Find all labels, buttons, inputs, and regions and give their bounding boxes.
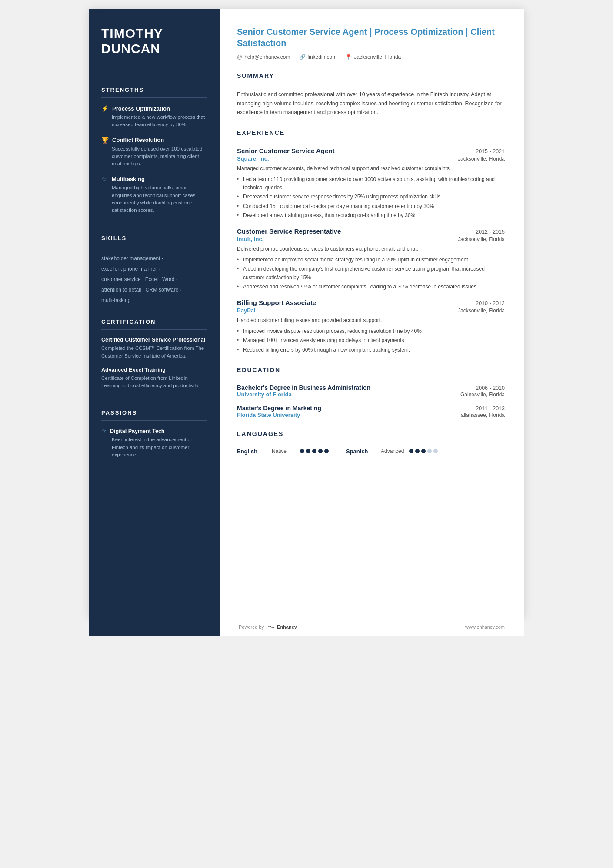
link-icon: 🔗 <box>299 54 306 60</box>
edu-item-1: Bachelor's Degree in Business Administra… <box>237 384 505 398</box>
dot-5 <box>433 449 438 453</box>
skill-5: multi-tasking <box>101 295 207 305</box>
bullet-item: Managed 100+ invoices weekly ensuring no… <box>237 336 505 345</box>
skill-3: customer service · Excel · Word · <box>101 274 207 285</box>
dot-2 <box>415 449 420 453</box>
candidate-name: TIMOTHY DUNCAN <box>101 26 207 56</box>
edu-item-2: Master's Degree in Marketing 2011 - 2013… <box>237 405 505 418</box>
exp-bullets-2: Implemented an improved social media str… <box>237 256 505 291</box>
languages-row: English Native Spanish Advanced <box>237 448 505 455</box>
bullet-item: Reduced billing errors by 60% through a … <box>237 346 505 354</box>
experience-item-3: Billing Support Associate 2010 - 2012 Pa… <box>237 299 505 354</box>
languages-divider <box>237 441 505 441</box>
language-english: English Native <box>237 448 329 455</box>
dot-4 <box>318 449 323 453</box>
certification-section-title: CERTIFICATION <box>101 318 207 325</box>
experience-item-2: Customer Service Representative 2012 - 2… <box>237 228 505 291</box>
dot-4 <box>427 449 432 453</box>
star-icon: ☆ <box>101 175 108 182</box>
dot-1 <box>409 449 413 453</box>
skill-2: excellent phone manner · <box>101 264 207 274</box>
bullet-item: Improved invoice dispute resolution proc… <box>237 327 505 335</box>
enhancv-logo-icon <box>267 624 275 630</box>
bullet-item: Addressed and resolved 95% of customer c… <box>237 283 505 291</box>
education-title: EDUCATION <box>237 366 505 373</box>
experience-divider <box>237 140 505 140</box>
summary-title: SUMMARY <box>237 72 505 79</box>
cert-item-2: Advanced Excel Training Certificate of C… <box>101 367 207 390</box>
skills-list: stakeholder management · excellent phone… <box>101 253 207 305</box>
strength-item-2: 🏆 Conflict Resolution Successfully defus… <box>101 137 207 168</box>
spanish-dots <box>409 449 438 453</box>
bullet-item: Conducted 15+ customer call-backs per da… <box>237 202 505 211</box>
dot-5 <box>324 449 329 453</box>
education-divider <box>237 377 505 377</box>
cert-item-1: Certified Customer Service Professional … <box>101 337 207 360</box>
english-dots <box>300 449 329 453</box>
exp-bullets-1: Led a team of 10 providing customer serv… <box>237 175 505 220</box>
strength-item-3: ☆ Multitasking Managed high-volume calls… <box>101 175 207 214</box>
strength-item-1: ⚡ Process Optimization Implemented a new… <box>101 105 207 129</box>
bullet-item: Implemented an improved social media str… <box>237 256 505 264</box>
contact-location: 📍 Jacksonville, Florida <box>345 54 401 60</box>
skill-1: stakeholder management · <box>101 253 207 264</box>
main-headline: Senior Customer Service Agent | Process … <box>237 26 505 49</box>
passions-divider <box>101 420 207 421</box>
resume-container: TIMOTHY DUNCAN STRENGTHS ⚡ Process Optim… <box>89 9 524 618</box>
lightning-icon: ⚡ <box>101 105 109 112</box>
bullet-item: Decreased customer service response time… <box>237 193 505 201</box>
bullet-item: Led a team of 10 providing customer serv… <box>237 175 505 192</box>
contact-email: @ help@enhancv.com <box>237 54 290 60</box>
location-icon: 📍 <box>345 54 352 60</box>
summary-text: Enthusiastic and committed professional … <box>237 90 505 117</box>
language-spanish: Spanish Advanced <box>346 448 438 455</box>
dot-3 <box>312 449 316 453</box>
bullet-item: Aided in developing the company's first … <box>237 265 505 282</box>
dot-3 <box>421 449 426 453</box>
experience-item-1: Senior Customer Service Agent 2015 - 202… <box>237 147 505 220</box>
strengths-section-title: STRENGTHS <box>101 87 207 93</box>
trophy-icon: 🏆 <box>101 137 109 144</box>
passion-item-1: ☆ Digital Payment Tech Keen interest in … <box>101 428 207 459</box>
languages-title: LANGUAGES <box>237 430 505 437</box>
experience-title: EXPERIENCE <box>237 129 505 136</box>
skills-divider <box>101 246 207 246</box>
certification-divider <box>101 329 207 330</box>
dot-2 <box>306 449 310 453</box>
strengths-divider <box>101 97 207 98</box>
email-icon: @ <box>237 54 242 60</box>
contact-linkedin: 🔗 linkedin.com <box>299 54 337 60</box>
summary-divider <box>237 83 505 83</box>
dot-1 <box>300 449 304 453</box>
enhancv-logo: Enhancv <box>267 624 297 630</box>
footer-powered-by: Powered by Enhancv <box>239 624 297 630</box>
skills-section-title: SKILLS <box>101 235 207 241</box>
main-content: Senior Customer Service Agent | Process … <box>220 9 524 618</box>
contact-row: @ help@enhancv.com 🔗 linkedin.com 📍 Jack… <box>237 54 505 60</box>
bullet-item: Developed a new training process, thus r… <box>237 211 505 220</box>
exp-bullets-3: Improved invoice dispute resolution proc… <box>237 327 505 354</box>
passion-star-icon: ☆ <box>101 428 107 434</box>
resume-footer: Powered by Enhancv www.enhancv.com <box>89 618 524 636</box>
sidebar: TIMOTHY DUNCAN STRENGTHS ⚡ Process Optim… <box>89 9 220 618</box>
passions-section-title: PASSIONS <box>101 409 207 416</box>
footer-website: www.enhancv.com <box>465 624 505 630</box>
skill-4: attention to detail · CRM software · <box>101 285 207 295</box>
